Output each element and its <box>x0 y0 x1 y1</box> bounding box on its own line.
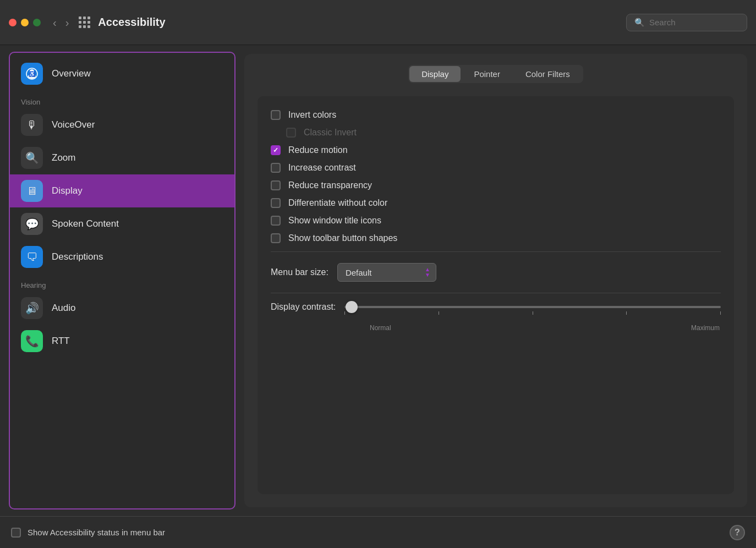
setting-row-classic-invert: Classic Invert <box>271 124 721 141</box>
invert-colors-checkbox[interactable] <box>271 110 281 120</box>
right-panel: Display Pointer Color Filters Invert col… <box>241 45 756 516</box>
sidebar: ♿ Overview Vision 🎙 VoiceOver 🔍 Zoom 🖥 D… <box>9 52 235 509</box>
invert-colors-label: Invert colors <box>288 110 336 120</box>
sidebar-item-spoken-content[interactable]: 💬 Spoken Content <box>10 207 234 240</box>
contrast-header: Display contrast: <box>271 302 721 312</box>
window-icons-label: Show window title icons <box>288 216 381 226</box>
help-button[interactable]: ? <box>730 525 745 540</box>
normal-label: Normal <box>370 324 391 332</box>
tab-group: Display Pointer Color Filters <box>408 65 583 83</box>
sidebar-item-audio[interactable]: 🔊 Audio <box>10 292 234 325</box>
tab-bar: Display Pointer Color Filters <box>258 65 734 83</box>
zoom-icon: 🔍 <box>21 147 43 169</box>
menu-bar-value: Default <box>346 268 419 277</box>
menu-bar-row: Menu bar size: Default ▲▼ <box>271 256 721 288</box>
tick-2 <box>439 311 439 315</box>
bottom-left: Show Accessibility status in menu bar <box>11 528 165 538</box>
search-input[interactable] <box>649 18 739 27</box>
tick-1 <box>344 311 345 315</box>
window-icons-checkbox[interactable] <box>271 216 281 226</box>
overview-icon: ♿ <box>21 63 43 85</box>
stepper-icon: ▲▼ <box>425 267 430 278</box>
voiceover-icon: 🎙 <box>21 114 43 136</box>
setting-row-toolbar-shapes: Show toolbar button shapes <box>271 229 721 247</box>
traffic-lights <box>9 19 41 26</box>
reduce-transparency-checkbox[interactable] <box>271 180 281 190</box>
divider-1 <box>271 251 721 252</box>
increase-contrast-label: Increase contrast <box>288 163 356 173</box>
spoken-content-label: Spoken Content <box>52 218 119 229</box>
minimize-button[interactable] <box>21 19 29 26</box>
setting-row-increase-contrast: Increase contrast <box>271 159 721 177</box>
zoom-label: Zoom <box>52 152 75 163</box>
reduce-motion-label: Reduce motion <box>288 145 348 155</box>
setting-row-window-icons: Show window title icons <box>271 212 721 229</box>
contrast-row: Display contrast: <box>271 298 721 334</box>
contrast-slider-track <box>344 306 721 308</box>
tick-3 <box>533 311 533 315</box>
hearing-section-label: Hearing <box>10 273 234 292</box>
classic-invert-label: Classic Invert <box>304 128 357 138</box>
display-icon: 🖥 <box>21 180 43 202</box>
close-button[interactable] <box>9 19 17 26</box>
slider-labels: Normal Maximum <box>271 324 721 332</box>
descriptions-label: Descriptions <box>52 251 103 262</box>
rtt-icon: 📞 <box>21 330 43 352</box>
search-box[interactable]: 🔍 <box>626 14 747 31</box>
panel-card: Display Pointer Color Filters Invert col… <box>244 54 747 507</box>
setting-row-differentiate: Differentiate without color <box>271 194 721 212</box>
sidebar-item-voiceover[interactable]: 🎙 VoiceOver <box>10 108 234 141</box>
display-label: Display <box>52 185 83 196</box>
sidebar-item-descriptions[interactable]: 🗨 Descriptions <box>10 240 234 273</box>
maximum-label: Maximum <box>691 324 720 332</box>
rtt-label: RTT <box>52 336 70 347</box>
forward-button[interactable]: › <box>62 15 73 30</box>
increase-contrast-checkbox[interactable] <box>271 163 281 173</box>
contrast-label: Display contrast: <box>271 302 336 312</box>
audio-icon: 🔊 <box>21 297 43 319</box>
sidebar-item-zoom[interactable]: 🔍 Zoom <box>10 141 234 174</box>
tick-5 <box>720 311 721 315</box>
search-icon: 🔍 <box>634 18 645 28</box>
titlebar: ‹ › Accessibility 🔍 <box>0 0 756 45</box>
reduce-motion-checkbox[interactable] <box>271 145 281 155</box>
voiceover-label: VoiceOver <box>52 119 95 130</box>
vision-section-label: Vision <box>10 90 234 108</box>
classic-invert-checkbox[interactable] <box>286 128 296 138</box>
accessibility-status-label: Show Accessibility status in menu bar <box>28 528 165 537</box>
descriptions-icon: 🗨 <box>21 246 43 268</box>
tick-4 <box>626 311 627 315</box>
divider-2 <box>271 293 721 293</box>
setting-row-invert-colors: Invert colors <box>271 106 721 124</box>
nav-buttons: ‹ › <box>50 15 72 30</box>
toolbar-shapes-label: Show toolbar button shapes <box>288 233 397 243</box>
audio-label: Audio <box>52 303 75 314</box>
menu-bar-select[interactable]: Default ▲▼ <box>337 263 436 282</box>
setting-row-reduce-motion: Reduce motion <box>271 141 721 159</box>
accessibility-status-checkbox[interactable] <box>11 528 21 538</box>
differentiate-label: Differentiate without color <box>288 198 387 208</box>
reduce-transparency-label: Reduce transparency <box>288 180 372 190</box>
differentiate-checkbox[interactable] <box>271 198 281 208</box>
setting-row-reduce-transparency: Reduce transparency <box>271 177 721 194</box>
toolbar-shapes-checkbox[interactable] <box>271 233 281 243</box>
svg-text:♿: ♿ <box>29 70 36 78</box>
settings-inner: Invert colors Classic Invert Reduce moti… <box>258 96 734 494</box>
overview-label: Overview <box>52 68 91 79</box>
window-title: Accessibility <box>98 16 626 29</box>
tab-pointer[interactable]: Pointer <box>462 66 512 82</box>
main-content: ♿ Overview Vision 🎙 VoiceOver 🔍 Zoom 🖥 D… <box>0 45 756 516</box>
apps-grid-icon[interactable] <box>79 17 90 28</box>
maximize-button[interactable] <box>33 19 41 26</box>
tab-display[interactable]: Display <box>409 66 461 82</box>
sidebar-item-overview[interactable]: ♿ Overview <box>10 57 234 90</box>
slider-ticks <box>344 311 721 315</box>
menu-bar-label: Menu bar size: <box>271 267 328 277</box>
sidebar-item-rtt[interactable]: 📞 RTT <box>10 325 234 358</box>
back-button[interactable]: ‹ <box>50 15 60 30</box>
sidebar-item-display[interactable]: 🖥 Display <box>10 174 234 207</box>
tab-color-filters[interactable]: Color Filters <box>513 66 582 82</box>
bottom-bar: Show Accessibility status in menu bar ? <box>0 516 756 548</box>
spoken-content-icon: 💬 <box>21 213 43 235</box>
contrast-slider-container <box>344 306 721 308</box>
